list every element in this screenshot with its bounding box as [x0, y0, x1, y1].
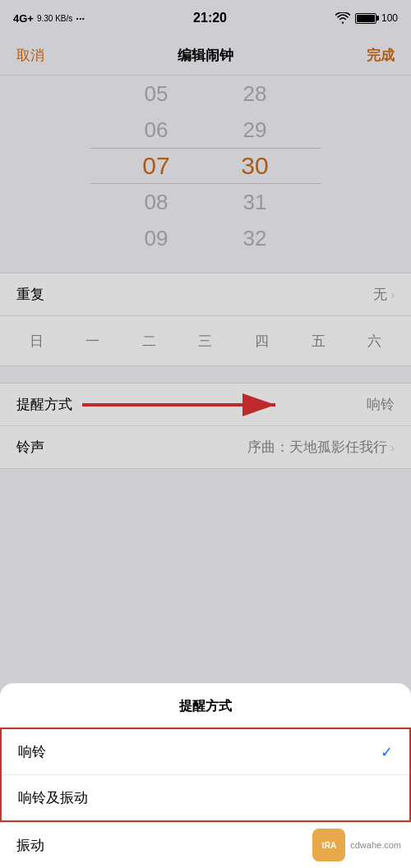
option-vibrate-label: 振动: [16, 836, 44, 855]
sheet-options-bordered: 响铃 ✓ 响铃及振动: [0, 728, 411, 822]
watermark: tRA cdwahe.com: [312, 829, 401, 861]
watermark-site: cdwahe.com: [350, 840, 401, 850]
option-ring-vibrate[interactable]: 响铃及振动: [2, 775, 409, 820]
sheet-title-row: 提醒方式: [0, 683, 411, 728]
watermark-logo-text: tRA: [321, 841, 336, 850]
bottom-sheet-backdrop: 提醒方式 响铃 ✓ 响铃及振动 振动: [0, 0, 411, 868]
sheet-title: 提醒方式: [179, 699, 232, 713]
option-ring-vibrate-label: 响铃及振动: [18, 788, 88, 807]
watermark-logo: tRA: [312, 829, 345, 861]
check-icon: ✓: [381, 743, 393, 761]
option-ring-label: 响铃: [18, 742, 46, 761]
option-ring[interactable]: 响铃 ✓: [2, 729, 409, 775]
